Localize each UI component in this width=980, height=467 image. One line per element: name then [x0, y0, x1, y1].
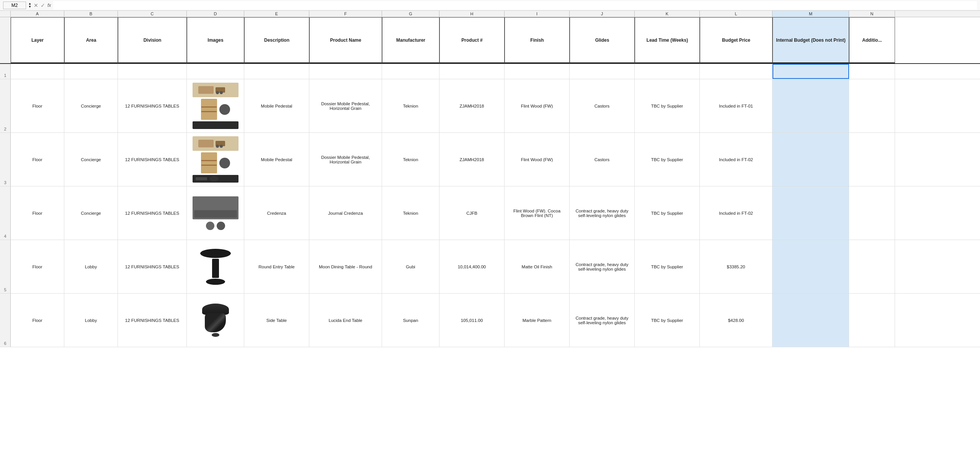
cell-6-H[interactable]: 105,011.00 [439, 294, 505, 347]
cell-4-A[interactable]: Floor [11, 186, 64, 240]
cell-1-B[interactable] [64, 64, 118, 79]
cell-2-J[interactable]: Castors [570, 79, 635, 132]
cell-1-H[interactable] [439, 64, 505, 79]
col-header-M[interactable]: M [773, 11, 849, 17]
cell-4-N[interactable] [849, 186, 895, 240]
cell-1-M[interactable] [773, 64, 849, 79]
cell-3-I[interactable]: Flint Wood (FW) [505, 133, 570, 186]
cell-3-C[interactable]: 12 FURNISHINGS TABLES [118, 133, 187, 186]
table-row[interactable]: 4 Floor Concierge 12 FURNISHINGS TABLES … [0, 186, 980, 240]
cell-3-J[interactable]: Castors [570, 133, 635, 186]
cell-1-C[interactable] [118, 64, 187, 79]
cell-3-H[interactable]: ZJAMH2018 [439, 133, 505, 186]
table-row[interactable]: 2 Floor Concierge 12 FURNISHINGS TABLES [0, 79, 980, 133]
col-header-G[interactable]: G [382, 11, 439, 17]
col-header-D[interactable]: D [187, 11, 244, 17]
col-header-I[interactable]: I [505, 11, 570, 17]
col-header-F[interactable]: F [309, 11, 382, 17]
cell-3-F[interactable]: Dossier Mobile Pedestal, Horizontal Grai… [309, 133, 382, 186]
cell-4-F[interactable]: Journal Credenza [309, 186, 382, 240]
cell-5-B[interactable]: Lobby [64, 240, 118, 293]
cell-2-N[interactable] [849, 79, 895, 132]
cell-2-L[interactable]: Included in FT-01 [700, 79, 773, 132]
cell-5-J[interactable]: Contract grade, heavy duty self-leveling… [570, 240, 635, 293]
cell-4-K[interactable]: TBC by Supplier [635, 186, 700, 240]
cell-2-K[interactable]: TBC by Supplier [635, 79, 700, 132]
col-header-K[interactable]: K [635, 11, 700, 17]
cell-2-E[interactable]: Mobile Pedestal [244, 79, 309, 132]
cell-1-I[interactable] [505, 64, 570, 79]
sheet-area[interactable]: A B C D E F G H I J K L M N Layer Area D… [0, 11, 980, 467]
cell-3-M[interactable] [773, 133, 849, 186]
confirm-icon[interactable]: ✓ [41, 2, 45, 8]
cell-3-E[interactable]: Mobile Pedestal [244, 133, 309, 186]
table-row[interactable]: 6 Floor Lobby 12 FURNISHINGS TABLES Side… [0, 294, 980, 347]
cell-6-I[interactable]: Marble Pattern [505, 294, 570, 347]
cell-6-C[interactable]: 12 FURNISHINGS TABLES [118, 294, 187, 347]
cell-6-A[interactable]: Floor [11, 294, 64, 347]
cell-5-G[interactable]: Gubi [382, 240, 439, 293]
cell-5-E[interactable]: Round Entry Table [244, 240, 309, 293]
cell-1-D[interactable] [187, 64, 244, 79]
cell-reference-box[interactable]: M2 [3, 2, 26, 9]
cell-2-I[interactable]: Flint Wood (FW) [505, 79, 570, 132]
cell-2-B[interactable]: Concierge [64, 79, 118, 132]
cell-5-A[interactable]: Floor [11, 240, 64, 293]
cell-6-F[interactable]: Lucida End Table [309, 294, 382, 347]
table-row[interactable]: 3 Floor Concierge 12 FURNISHINGS TABLES [0, 133, 980, 186]
cell-1-J[interactable] [570, 64, 635, 79]
cell-5-N[interactable] [849, 240, 895, 293]
cell-2-A[interactable]: Floor [11, 79, 64, 132]
cell-6-K[interactable]: TBC by Supplier [635, 294, 700, 347]
cell-4-C[interactable]: 12 FURNISHINGS TABLES [118, 186, 187, 240]
cell-5-C[interactable]: 12 FURNISHINGS TABLES [118, 240, 187, 293]
cell-4-J[interactable]: Contract grade, heavy duty self-leveling… [570, 186, 635, 240]
col-header-A[interactable]: A [11, 11, 64, 17]
cell-4-G[interactable]: Teknion [382, 186, 439, 240]
cell-4-H[interactable]: CJFB [439, 186, 505, 240]
cell-5-F[interactable]: Moon Dining Table - Round [309, 240, 382, 293]
cell-5-M[interactable] [773, 240, 849, 293]
cell-4-B[interactable]: Concierge [64, 186, 118, 240]
cell-1-K[interactable] [635, 64, 700, 79]
formula-arrows[interactable]: ▲▼ [28, 2, 31, 8]
cell-6-N[interactable] [849, 294, 895, 347]
col-header-H[interactable]: H [439, 11, 505, 17]
col-header-E[interactable]: E [244, 11, 309, 17]
cell-1-N[interactable] [849, 64, 895, 79]
cell-6-J[interactable]: Contract grade, heavy duty self-leveling… [570, 294, 635, 347]
cell-4-E[interactable]: Credenza [244, 186, 309, 240]
cell-2-H[interactable]: ZJAMH2018 [439, 79, 505, 132]
col-header-N[interactable]: N [849, 11, 895, 17]
cell-2-C[interactable]: 12 FURNISHINGS TABLES [118, 79, 187, 132]
col-header-J[interactable]: J [570, 11, 635, 17]
table-row[interactable]: 1 [0, 64, 980, 79]
cell-3-K[interactable]: TBC by Supplier [635, 133, 700, 186]
cell-6-L[interactable]: $428.00 [700, 294, 773, 347]
cell-5-L[interactable]: $3385.20 [700, 240, 773, 293]
cell-3-G[interactable]: Teknion [382, 133, 439, 186]
cell-1-G[interactable] [382, 64, 439, 79]
cell-3-A[interactable]: Floor [11, 133, 64, 186]
col-header-L[interactable]: L [700, 11, 773, 17]
cell-5-I[interactable]: Matte Oil Finish [505, 240, 570, 293]
cell-2-M[interactable] [773, 79, 849, 132]
col-header-B[interactable]: B [64, 11, 118, 17]
cell-1-F[interactable] [309, 64, 382, 79]
col-header-C[interactable]: C [118, 11, 187, 17]
cell-6-M[interactable] [773, 294, 849, 347]
cell-2-G[interactable]: Teknion [382, 79, 439, 132]
cancel-icon[interactable]: ✕ [34, 2, 38, 8]
cell-4-L[interactable]: Included in FT-02 [700, 186, 773, 240]
cell-3-L[interactable]: Included in FT-02 [700, 133, 773, 186]
cell-6-B[interactable]: Lobby [64, 294, 118, 347]
cell-1-A[interactable] [11, 64, 64, 79]
cell-6-G[interactable]: Sunpan [382, 294, 439, 347]
table-row[interactable]: 5 Floor Lobby 12 FURNISHINGS TABLES Roun… [0, 240, 980, 294]
cell-2-F[interactable]: Dossier Mobile Pedestal, Horizontal Grai… [309, 79, 382, 132]
cell-5-H[interactable]: 10,014,400.00 [439, 240, 505, 293]
cell-4-I[interactable]: Flint Wood (FW). Cocoa Brown Flint (NT) [505, 186, 570, 240]
formula-input[interactable] [53, 1, 977, 10]
cell-3-B[interactable]: Concierge [64, 133, 118, 186]
cell-6-E[interactable]: Side Table [244, 294, 309, 347]
